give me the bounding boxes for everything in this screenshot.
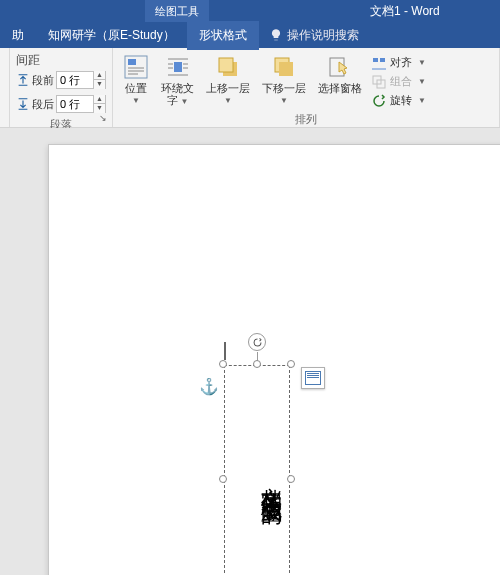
window-title: 文档1 - Word bbox=[370, 3, 440, 20]
chevron-down-icon: ▼ bbox=[224, 96, 232, 105]
bring-forward-label: 上移一层 bbox=[206, 82, 250, 94]
svg-rect-13 bbox=[219, 58, 233, 72]
spacing-after-row: 段后 ▲▼ bbox=[16, 95, 106, 113]
group-title-arrange: 排列 bbox=[119, 110, 493, 130]
spacing-after-input[interactable]: ▲▼ bbox=[56, 95, 106, 113]
chevron-down-icon: ▼ bbox=[418, 96, 426, 105]
tab-help[interactable]: 助 bbox=[0, 21, 36, 50]
spin-down-icon[interactable]: ▼ bbox=[93, 80, 105, 89]
spacing-heading: 间距 bbox=[16, 52, 106, 69]
document-area[interactable]: ⚓ 文档字体怎么变成竖的 (Ctrl) ▼ bbox=[0, 128, 500, 575]
resize-handle-nw[interactable] bbox=[219, 360, 227, 368]
group-icon bbox=[372, 75, 386, 89]
send-backward-button[interactable]: 下移一层 ▼ bbox=[258, 52, 310, 107]
page[interactable]: ⚓ 文档字体怎么变成竖的 (Ctrl) ▼ bbox=[48, 144, 500, 575]
wrap-text-label: 环绕文字 ▼ bbox=[161, 82, 194, 108]
spin-up-icon[interactable]: ▲ bbox=[93, 71, 105, 80]
ribbon-left-cut bbox=[0, 48, 10, 127]
tab-estudy[interactable]: 知网研学（原E-Study） bbox=[36, 21, 187, 50]
wrap-text-button[interactable]: 环绕文字 ▼ bbox=[157, 52, 198, 110]
tell-me-label: 操作说明搜索 bbox=[287, 27, 359, 44]
spacing-before-field[interactable] bbox=[57, 74, 93, 86]
svg-rect-18 bbox=[380, 58, 385, 62]
ribbon-tabs: 助 知网研学（原E-Study） 形状格式 操作说明搜索 bbox=[0, 22, 500, 48]
spacing-after-field[interactable] bbox=[57, 98, 93, 110]
svg-rect-5 bbox=[174, 62, 182, 72]
group-paragraph: 间距 段前 ▲▼ 段后 ▲▼ bbox=[10, 48, 113, 127]
spacing-after-icon bbox=[16, 97, 30, 111]
spacing-before-input[interactable]: ▲▼ bbox=[56, 71, 106, 89]
send-backward-label: 下移一层 bbox=[262, 82, 306, 94]
text-cursor bbox=[224, 342, 226, 360]
text-box-selected[interactable]: 文档字体怎么变成竖的 bbox=[224, 365, 290, 575]
resize-handle-e[interactable] bbox=[287, 475, 295, 483]
selection-pane-icon bbox=[327, 54, 353, 80]
chevron-down-icon: ▼ bbox=[280, 96, 288, 105]
anchor-icon[interactable]: ⚓ bbox=[199, 377, 219, 396]
paragraph-dialog-launcher[interactable]: ↘ bbox=[97, 112, 109, 124]
rotate-icon bbox=[372, 94, 386, 108]
bring-forward-button[interactable]: 上移一层 ▼ bbox=[202, 52, 254, 107]
group-label: 组合 bbox=[390, 74, 412, 89]
resize-handle-n[interactable] bbox=[253, 360, 261, 368]
rotate-handle[interactable] bbox=[248, 333, 266, 351]
resize-handle-ne[interactable] bbox=[287, 360, 295, 368]
selection-pane-button[interactable]: 选择窗格 bbox=[314, 52, 366, 96]
rotate-handle-icon bbox=[252, 337, 263, 348]
chevron-down-icon: ▼ bbox=[418, 58, 426, 67]
tell-me-search[interactable]: 操作说明搜索 bbox=[269, 27, 359, 44]
spacing-before-row: 段前 ▲▼ bbox=[16, 71, 106, 89]
align-label: 对齐 bbox=[390, 55, 412, 70]
spin-up-icon[interactable]: ▲ bbox=[93, 95, 105, 104]
tab-shape-format[interactable]: 形状格式 bbox=[187, 21, 259, 50]
resize-handle-w[interactable] bbox=[219, 475, 227, 483]
send-backward-icon bbox=[271, 54, 297, 80]
svg-rect-17 bbox=[373, 58, 378, 62]
position-button[interactable]: 位置 ▼ bbox=[119, 52, 153, 107]
ribbon: 间距 段前 ▲▼ 段后 ▲▼ bbox=[0, 48, 500, 128]
wrap-text-icon bbox=[165, 54, 191, 80]
selection-pane-label: 选择窗格 bbox=[318, 82, 362, 94]
lightbulb-icon bbox=[269, 28, 283, 42]
spacing-before-icon bbox=[16, 73, 30, 87]
layout-options-button[interactable] bbox=[301, 367, 325, 389]
svg-rect-15 bbox=[279, 62, 293, 76]
bring-forward-icon bbox=[215, 54, 241, 80]
rotate-button[interactable]: 旋转 ▼ bbox=[370, 92, 428, 109]
align-button[interactable]: 对齐 ▼ bbox=[370, 54, 428, 71]
rotate-label: 旋转 bbox=[390, 93, 412, 108]
spacing-before-label: 段前 bbox=[32, 73, 54, 88]
position-label: 位置 bbox=[125, 82, 147, 94]
text-box-content[interactable]: 文档字体怎么变成竖的 bbox=[228, 369, 286, 575]
align-icon bbox=[372, 56, 386, 70]
layout-options-icon bbox=[305, 371, 321, 385]
chevron-down-icon: ▼ bbox=[132, 96, 140, 105]
svg-rect-1 bbox=[128, 59, 136, 65]
group-button: 组合 ▼ bbox=[370, 73, 428, 90]
contextual-tab-label: 绘图工具 bbox=[145, 0, 209, 22]
group-arrange: 位置 ▼ 环绕文字 ▼ 上移一层 ▼ 下移一层 bbox=[113, 48, 500, 127]
title-bar: 绘图工具 文档1 - Word bbox=[0, 0, 500, 22]
position-icon bbox=[123, 54, 149, 80]
chevron-down-icon: ▼ bbox=[418, 77, 426, 86]
spacing-after-label: 段后 bbox=[32, 97, 54, 112]
